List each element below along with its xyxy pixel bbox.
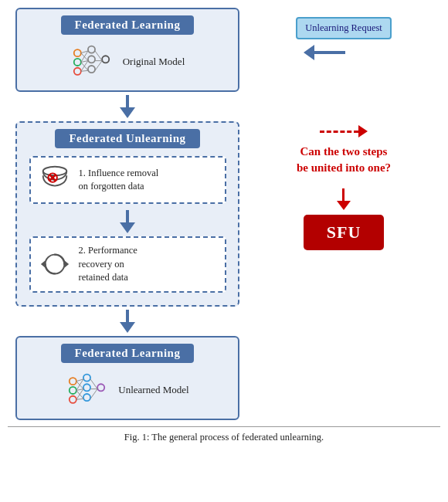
dashed-right-line (320, 131, 358, 133)
unlearned-model-label: Unlearned Model (118, 384, 188, 396)
diagram-container: Federated Learning (8, 8, 440, 420)
arrow-line-3 (126, 310, 129, 322)
refresh-icon (39, 248, 71, 280)
svg-point-28 (83, 384, 90, 391)
svg-point-1 (74, 59, 81, 66)
svg-point-0 (74, 49, 81, 56)
svg-marker-23 (40, 260, 45, 268)
original-model-label: Original Model (123, 56, 185, 68)
fl-top-content: Original Model (70, 42, 185, 81)
right-column: Unlearning Request Can the two steps be … (247, 8, 440, 250)
fu-step1-box: 1. Influence removal on forgotten data (29, 156, 226, 204)
fl-top-box: Federated Learning (15, 8, 239, 92)
unlearning-request-box: Unlearning Request (296, 17, 392, 39)
red-arrow-head (337, 201, 351, 210)
svg-point-4 (88, 56, 95, 63)
svg-line-13 (81, 70, 88, 71)
arrow-left-line (314, 51, 345, 54)
svg-point-24 (70, 378, 76, 385)
figure-caption: Fig. 1: The general process of federated… (8, 426, 440, 445)
arrow-head-1 (120, 107, 135, 118)
svg-point-26 (70, 395, 76, 402)
svg-point-6 (102, 56, 109, 63)
svg-point-30 (97, 384, 104, 391)
dashed-right-head (358, 125, 368, 137)
question-text: Can the two steps be united into one? (297, 144, 391, 176)
arrow-fl-to-fu (120, 95, 135, 118)
sfu-box: SFU (304, 215, 385, 250)
arrow-line-2 (126, 210, 129, 222)
svg-point-2 (74, 68, 81, 75)
fu-step2-box: 2. Performance recovery on retained data (29, 236, 226, 293)
svg-point-25 (70, 386, 76, 393)
svg-line-16 (95, 61, 102, 71)
red-arrow-line (342, 188, 344, 201)
database-x-icon (39, 164, 71, 196)
fu-title: Federated Unlearning (55, 129, 199, 148)
svg-point-3 (88, 46, 95, 53)
fu-step2-text: 2. Performance recovery on retained data (79, 244, 137, 285)
fl-top-title: Federated Learning (61, 15, 195, 35)
svg-line-37 (76, 399, 83, 399)
svg-point-5 (88, 66, 95, 73)
arrow-left-head (304, 45, 314, 60)
arrow-fu-to-fl (120, 310, 135, 333)
unlearned-network-icon (66, 371, 108, 409)
left-column: Federated Learning (8, 8, 247, 420)
fl-bottom-title: Federated Learning (61, 344, 195, 363)
svg-line-38 (90, 378, 97, 388)
arrow-step1-to-step2 (120, 210, 135, 233)
arrow-head-3 (120, 322, 135, 333)
svg-line-40 (90, 388, 97, 399)
svg-marker-22 (64, 260, 69, 268)
svg-line-14 (95, 51, 102, 61)
svg-point-29 (83, 394, 90, 401)
arrow-line-1 (126, 95, 129, 107)
fu-box: Federated Unlearning 1. Influence remova… (15, 121, 239, 307)
arrow-head-2 (120, 222, 135, 233)
arrow-to-sfu (337, 188, 351, 210)
svg-point-27 (83, 374, 90, 381)
fl-bottom-content: Unlearned Model (66, 371, 188, 409)
fl-bottom-box: Federated Learning (15, 336, 239, 420)
fu-step1-text: 1. Influence removal on forgotten data (79, 167, 159, 194)
neural-network-icon (70, 42, 113, 81)
